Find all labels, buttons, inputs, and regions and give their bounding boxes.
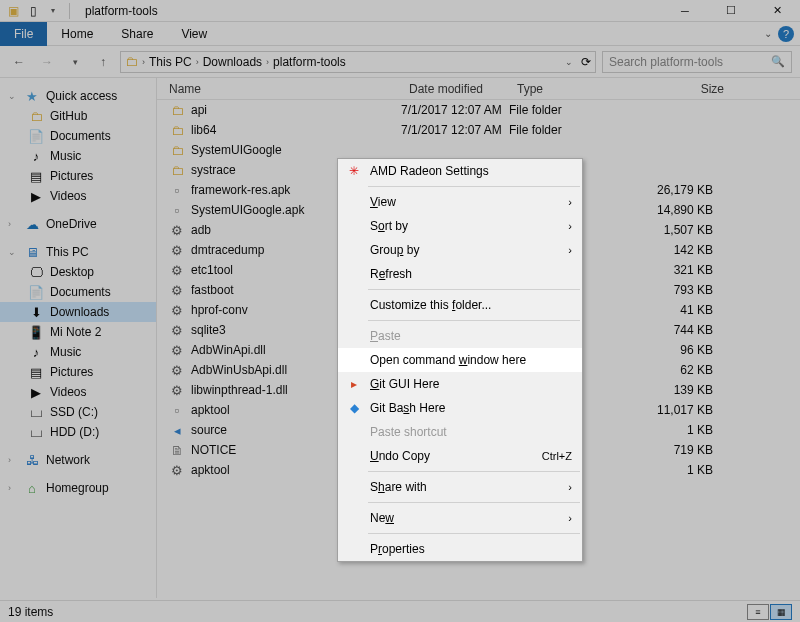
file-row[interactable]: 🗀api7/1/2017 12:07 AMFile folder xyxy=(157,100,800,120)
sidebar-item[interactable]: ▤Pictures xyxy=(0,166,156,186)
forward-button[interactable]: → xyxy=(36,51,58,73)
breadcrumb-item[interactable]: This PC xyxy=(149,55,192,69)
dropdown-icon[interactable]: ▾ xyxy=(46,4,60,18)
close-button[interactable]: ✕ xyxy=(754,0,800,22)
tab-file[interactable]: File xyxy=(0,22,47,46)
view-icons-button[interactable]: ▦ xyxy=(770,604,792,620)
recent-dropdown[interactable]: ▾ xyxy=(64,51,86,73)
sidebar-item[interactable]: ⌴SSD (C:) xyxy=(0,402,156,422)
address-bar[interactable]: 🗀 ›This PC ›Downloads ›platform-tools ⌄ … xyxy=(120,51,596,73)
file-size: 744 KB xyxy=(625,323,733,337)
minimize-button[interactable]: ─ xyxy=(662,0,708,22)
file-size: 142 KB xyxy=(625,243,733,257)
amd-icon: ✳ xyxy=(346,163,362,179)
sidebar-item[interactable]: 📱Mi Note 2 xyxy=(0,322,156,342)
sidebar-item[interactable]: ♪Music xyxy=(0,342,156,362)
menu-item[interactable]: Group by› xyxy=(338,238,582,262)
menu-item-label: Paste xyxy=(370,329,401,343)
search-placeholder: Search platform-tools xyxy=(609,55,723,69)
menu-item[interactable]: ✳AMD Radeon Settings xyxy=(338,159,582,183)
sidebar-item[interactable]: 📄Documents xyxy=(0,126,156,146)
breadcrumb-item[interactable]: Downloads xyxy=(203,55,262,69)
file-name: dmtracedump xyxy=(191,243,264,257)
address-dropdown-icon[interactable]: ⌄ xyxy=(565,57,573,67)
menu-item-label: Sort by xyxy=(370,219,408,233)
col-date[interactable]: Date modified xyxy=(401,82,509,96)
menu-separator xyxy=(368,289,580,290)
menu-item[interactable]: Refresh xyxy=(338,262,582,286)
sidebar-item[interactable]: ▶Videos xyxy=(0,186,156,206)
file-date: 7/1/2017 12:07 AM xyxy=(401,123,509,137)
chevron-right-icon: › xyxy=(568,512,572,524)
file-icon: ⚙ xyxy=(169,262,185,278)
sidebar-onedrive[interactable]: ›☁OneDrive xyxy=(0,214,156,234)
menu-item[interactable]: ▸Git GUI Here xyxy=(338,372,582,396)
file-name: fastboot xyxy=(191,283,234,297)
menu-item-label: New xyxy=(370,511,394,525)
sidebar-network[interactable]: ›🖧Network xyxy=(0,450,156,470)
file-name: lib64 xyxy=(191,123,216,137)
menu-item-label: Customize this folder... xyxy=(370,298,491,312)
file-row[interactable]: 🗀lib647/1/2017 12:07 AMFile folder xyxy=(157,120,800,140)
separator xyxy=(69,3,70,19)
title-bar: ▣ ▯ ▾ platform-tools ─ ☐ ✕ xyxy=(0,0,800,22)
tab-share[interactable]: Share xyxy=(107,22,167,46)
search-input[interactable]: Search platform-tools 🔍 xyxy=(602,51,792,73)
sidebar-item[interactable]: ♪Music xyxy=(0,146,156,166)
menu-item[interactable]: Open command window here xyxy=(338,348,582,372)
menu-item[interactable]: Properties xyxy=(338,537,582,561)
chevron-right-icon: › xyxy=(568,481,572,493)
file-name: SystemUIGoogle xyxy=(191,143,282,157)
sidebar-item[interactable]: ▤Pictures xyxy=(0,362,156,382)
file-type: File folder xyxy=(509,103,625,117)
file-name: etc1tool xyxy=(191,263,233,277)
help-icon[interactable]: ? xyxy=(778,26,794,42)
sidebar-this-pc[interactable]: ⌄🖥This PC xyxy=(0,242,156,262)
context-menu: ✳AMD Radeon SettingsView›Sort by›Group b… xyxy=(337,158,583,562)
menu-item[interactable]: ◆Git Bash Here xyxy=(338,396,582,420)
menu-item[interactable]: Undo CopyCtrl+Z xyxy=(338,444,582,468)
col-type[interactable]: Type xyxy=(509,82,625,96)
sidebar-quick-access[interactable]: ⌄★Quick access xyxy=(0,86,156,106)
file-size: 62 KB xyxy=(625,363,733,377)
view-details-button[interactable]: ≡ xyxy=(747,604,769,620)
back-button[interactable]: ← xyxy=(8,51,30,73)
ribbon-collapse-icon[interactable]: ⌄ xyxy=(764,28,772,39)
sidebar-item-downloads[interactable]: ⬇Downloads xyxy=(0,302,156,322)
file-name: api xyxy=(191,103,207,117)
file-icon: 🗀 xyxy=(169,162,185,178)
col-name[interactable]: Name xyxy=(157,82,401,96)
refresh-icon[interactable]: ⟳ xyxy=(581,55,591,69)
menu-item[interactable]: View› xyxy=(338,190,582,214)
file-icon: 🗎 xyxy=(169,442,185,458)
file-row[interactable]: 🗀SystemUIGoogle xyxy=(157,140,800,160)
quick-access-toolbar: ▣ ▯ ▾ xyxy=(0,3,79,19)
file-size: 1 KB xyxy=(625,423,733,437)
tab-view[interactable]: View xyxy=(167,22,221,46)
column-headers[interactable]: Name Date modified Type Size xyxy=(157,78,800,100)
menu-item-label: Group by xyxy=(370,243,419,257)
sidebar-item[interactable]: ⌴HDD (D:) xyxy=(0,422,156,442)
item-count: 19 items xyxy=(8,605,53,619)
breadcrumb-item[interactable]: platform-tools xyxy=(273,55,346,69)
menu-item[interactable]: Sort by› xyxy=(338,214,582,238)
menu-separator xyxy=(368,471,580,472)
sidebar-item[interactable]: 🗀GitHub xyxy=(0,106,156,126)
file-size: 41 KB xyxy=(625,303,733,317)
sidebar-item[interactable]: 📄Documents xyxy=(0,282,156,302)
properties-icon[interactable]: ▯ xyxy=(26,4,40,18)
up-button[interactable]: ↑ xyxy=(92,51,114,73)
window-title: platform-tools xyxy=(79,4,158,18)
menu-item[interactable]: New› xyxy=(338,506,582,530)
col-size[interactable]: Size xyxy=(625,82,733,96)
maximize-button[interactable]: ☐ xyxy=(708,0,754,22)
menu-separator xyxy=(368,533,580,534)
tab-home[interactable]: Home xyxy=(47,22,107,46)
menu-item[interactable]: Share with› xyxy=(338,475,582,499)
menu-item[interactable]: Customize this folder... xyxy=(338,293,582,317)
search-icon: 🔍 xyxy=(771,55,785,68)
sidebar-item[interactable]: 🖵Desktop xyxy=(0,262,156,282)
file-size: 139 KB xyxy=(625,383,733,397)
sidebar-homegroup[interactable]: ›⌂Homegroup xyxy=(0,478,156,498)
sidebar-item[interactable]: ▶Videos xyxy=(0,382,156,402)
